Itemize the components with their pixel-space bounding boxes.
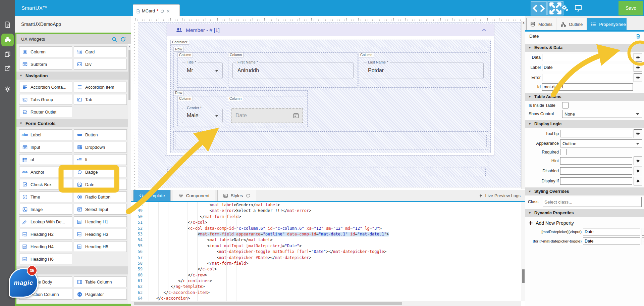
code-horizontal-scrollbar[interactable]	[131, 301, 521, 306]
rail-item-puzzle[interactable]	[1, 34, 14, 46]
widget-item-div[interactable]: Div	[74, 59, 127, 70]
widget-panel-scrollbar[interactable]: ▲	[128, 45, 131, 304]
row-element[interactable]: Row Column Gender * Male Column	[173, 90, 308, 128]
hint-bind-gear-button[interactable]	[634, 157, 642, 165]
rail-item-gear[interactable]	[0, 83, 15, 96]
widget-item-tab[interactable]: Tab	[74, 94, 127, 105]
widget-item-table-column[interactable]: Table Column	[74, 276, 127, 287]
dynamic-property-value-input[interactable]	[583, 237, 640, 245]
widget-item-heading-h2[interactable]: H2Heading H2	[19, 229, 72, 239]
widget-item-ul[interactable]: ul	[19, 154, 72, 165]
collapsed-element-strip[interactable]	[165, 156, 488, 166]
dynamic-property-value-input[interactable]	[583, 228, 640, 235]
canvas-content[interactable]: Member - # [1] Container Row Column	[135, 21, 521, 189]
section-events-data[interactable]: ▼Events & Data	[525, 44, 644, 52]
widget-item-anchor[interactable]: <a>Anchor	[19, 167, 72, 177]
widget-item-input[interactable]: Input	[19, 142, 72, 152]
section-display-logic[interactable]: ▼Display Logic	[525, 120, 644, 128]
widget-item-subform[interactable]: Subform	[19, 59, 72, 70]
delete-widget-button[interactable]	[635, 33, 641, 39]
member-accordion-card[interactable]: Member - # [1] Container Row Column	[167, 24, 494, 156]
calendar-icon[interactable]	[293, 113, 299, 119]
gender-field[interactable]: Gender * Male	[182, 108, 223, 123]
disabled-input[interactable]	[560, 167, 632, 175]
rail-item-document[interactable]	[0, 19, 15, 32]
widget-item-date[interactable]: Date	[74, 179, 127, 190]
save-button[interactable]: Save	[619, 1, 643, 15]
section-table-actions[interactable]: ▼Table Actions	[525, 93, 644, 101]
chevron-up-icon[interactable]	[481, 28, 487, 33]
is-inside-table-checkbox[interactable]	[562, 102, 569, 108]
required-checkbox[interactable]	[560, 149, 567, 155]
card-root-dropzone[interactable]: Member - # [1] Container Row Column	[138, 22, 521, 187]
widget-item-heading-h4[interactable]: H4Heading H4	[19, 241, 72, 252]
widget-item-badge[interactable]: Badge	[74, 167, 127, 177]
widget-item-select-input[interactable]: Select Input	[74, 204, 127, 215]
class-input[interactable]	[543, 197, 642, 207]
widget-item-image[interactable]: Image	[19, 204, 72, 215]
tab-component[interactable]: Component	[173, 190, 215, 201]
show-control-select[interactable]: None	[562, 110, 642, 118]
widget-item-column[interactable]: Column	[19, 46, 72, 57]
widget-item-heading-h1[interactable]: H1Heading H1	[74, 216, 127, 227]
hide-property-button[interactable]	[642, 237, 644, 245]
rail-item-share[interactable]	[0, 62, 15, 75]
column-element[interactable]: Column Title * Mr	[177, 52, 227, 88]
appearance-select[interactable]: Outline	[560, 139, 642, 147]
widget-item-radio-button[interactable]: Radio Button	[74, 191, 127, 202]
tooltip-bind-gear-button[interactable]	[634, 129, 642, 138]
app-name-header[interactable]: SmartUXDemoApp	[15, 16, 131, 33]
error-bind-gear-button[interactable]	[634, 73, 642, 82]
rail-item-pages[interactable]	[0, 48, 15, 61]
document-tab-mcard[interactable]: MCard *	[133, 4, 180, 17]
row-element[interactable]: Row Column Title * Mr Column	[173, 47, 488, 89]
section-styling-overrides[interactable]: ▼Styling Overrides	[525, 187, 644, 195]
scroll-up-icon[interactable]: ▲	[128, 45, 131, 48]
last-name-field[interactable]: Last Name * Potdar	[363, 62, 484, 79]
widget-item-check-box[interactable]: Check Box	[19, 179, 72, 190]
refresh-icon[interactable]	[246, 193, 251, 198]
collapsed-element-strip[interactable]	[167, 168, 486, 176]
code-button[interactable]	[531, 1, 547, 15]
data-bind-gear-button[interactable]	[634, 53, 642, 62]
widget-item-dropdown[interactable]: Dropdown	[74, 142, 127, 152]
first-name-field[interactable]: First Name * Aniruddh	[232, 62, 354, 79]
column-element[interactable]: Column Last Name * Potdar	[359, 52, 488, 88]
label-bind-gear-button[interactable]	[634, 63, 642, 72]
widget-section-navigation[interactable]: ▼Navigation	[16, 72, 128, 80]
widget-item-time[interactable]: Time	[19, 191, 72, 202]
widget-item-heading-h3[interactable]: H3Heading H3	[74, 229, 127, 239]
tab-models[interactable]: Models	[526, 18, 556, 30]
widget-item-label[interactable]: abcLabel	[19, 129, 72, 140]
refresh-icon[interactable]	[120, 36, 126, 42]
code-view[interactable]: 48 <mat-label>Gender</mat-label>49 <mat-…	[131, 202, 521, 301]
tab-propertysheet[interactable]: PropertySheet	[587, 18, 627, 30]
empty-row-dropzone[interactable]	[173, 131, 488, 149]
tab-outline[interactable]: Outline	[557, 18, 586, 30]
column-element[interactable]: Column First Name * Aniruddh	[228, 52, 358, 88]
display-if-bind-gear-button[interactable]	[634, 177, 642, 185]
widget-section-form-controls[interactable]: ▼Form Controls	[16, 119, 128, 127]
data-input[interactable]	[542, 54, 632, 61]
widget-item-card[interactable]: Card	[74, 46, 127, 57]
widget-item-button[interactable]: Button	[74, 129, 127, 140]
widget-item-heading-h5[interactable]: H5Heading H5	[74, 241, 127, 252]
live-preview-logs-button[interactable]: Live Preview Logs	[479, 190, 521, 201]
title-field[interactable]: Title * Mr	[182, 62, 223, 79]
widget-item-lookup-with-de[interactable]: Lookup With De...	[19, 216, 72, 227]
date-field-selected[interactable]: Date	[231, 108, 303, 123]
error-input[interactable]	[542, 74, 632, 81]
widget-item-router-outlet[interactable]: Router Outlet	[19, 106, 72, 117]
widget-item-paginator[interactable]: Paginator	[74, 289, 127, 300]
id-input[interactable]	[542, 83, 633, 91]
tooltip-input[interactable]	[560, 130, 632, 137]
widget-item-tabs-group[interactable]: Tabs Group	[19, 94, 72, 105]
tab-template[interactable]: Template	[133, 190, 171, 201]
disabled-bind-gear-button[interactable]	[634, 167, 642, 175]
widget-item-accordion-conta[interactable]: Accordion Conta...	[19, 82, 72, 92]
hint-input[interactable]	[560, 157, 632, 165]
tab-styles[interactable]: Styles	[217, 190, 257, 201]
label-input[interactable]	[542, 64, 632, 71]
search-icon[interactable]	[111, 36, 117, 42]
widget-item-li[interactable]: li	[74, 154, 127, 165]
